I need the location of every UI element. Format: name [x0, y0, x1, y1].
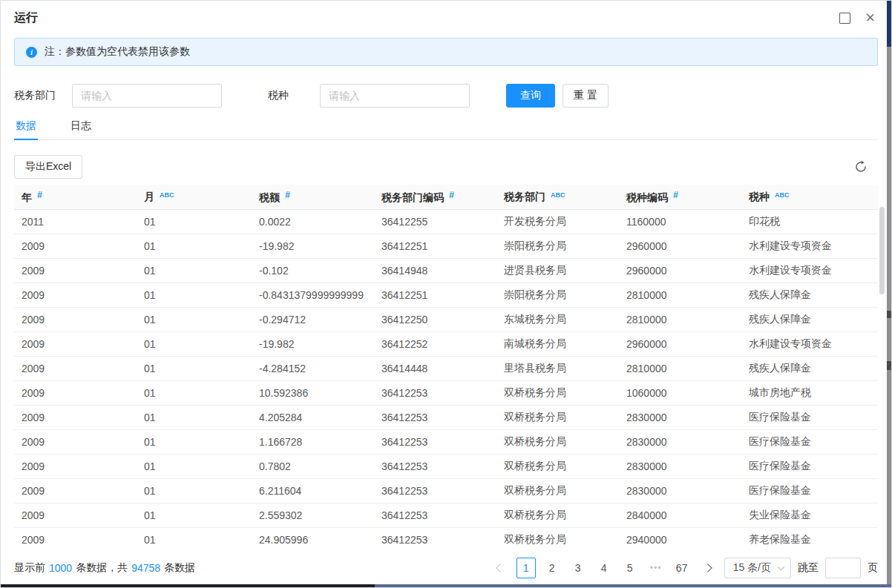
cell: 36412253: [374, 479, 496, 503]
summary-middle: 条数据，共: [76, 561, 128, 575]
cell: 2810000: [619, 308, 741, 332]
cell: 水利建设专项资金: [741, 234, 878, 259]
column-header: 税种编码#: [619, 185, 741, 210]
page-button-1[interactable]: 1: [516, 558, 536, 578]
cell: -19.982: [252, 234, 374, 259]
cell: 36412253: [374, 455, 496, 479]
footer-bar: 显示前 1000 条数据，共 94758 条数据 12345•••67 15 条…: [1, 552, 891, 584]
tab-data[interactable]: 数据: [14, 116, 38, 139]
cell: 2840000: [619, 503, 741, 528]
page-button-5[interactable]: 5: [620, 558, 640, 578]
page-size-value: 15 条/页: [733, 561, 771, 575]
data-table-area: 年#月ABC税额#税务部门编码#税务部门ABC税种编码#税种ABC 201101…: [14, 185, 878, 552]
cell: 2830000: [619, 455, 741, 479]
cell: 残疾人保障金: [741, 283, 878, 308]
chevron-left-icon[interactable]: [491, 558, 510, 578]
numeric-type-icon: #: [37, 190, 42, 200]
cell: 36412253: [374, 430, 496, 455]
tab-bar: 数据 日志: [14, 116, 878, 140]
info-banner-text: 注：参数值为空代表禁用该参数: [45, 45, 190, 59]
column-header: 税种ABC: [741, 185, 878, 210]
jump-page-input[interactable]: [825, 558, 861, 578]
cell: 2960000: [619, 234, 741, 259]
summary-suffix: 条数据: [164, 561, 195, 575]
cell: 医疗保险基金: [741, 455, 878, 479]
numeric-type-icon: #: [673, 190, 678, 200]
cell: 01: [137, 381, 252, 406]
run-dialog: 运行 × i 注：参数值为空代表禁用该参数 税务部门 税种 查询 重 置 数据 …: [0, 0, 892, 588]
cell: 2009: [14, 283, 137, 308]
cell: 4.205284: [252, 406, 374, 430]
table-scrollbar-thumb[interactable]: [879, 207, 885, 294]
tax-department-input[interactable]: [72, 84, 222, 108]
cell: 2009: [14, 308, 137, 332]
table-row: 2009010.780236412253双桥税务分局2830000医疗保险基金: [14, 455, 878, 479]
text-type-icon: ABC: [551, 191, 565, 199]
page-size-select[interactable]: 15 条/页: [724, 558, 791, 578]
cell: 36412255: [374, 210, 496, 234]
page-button-67[interactable]: 67: [672, 558, 692, 578]
column-header: 税额#: [252, 185, 374, 210]
column-label: 税种: [749, 191, 770, 202]
table-row: 200901-0.843137999999999936412251崇阳税务分局2…: [14, 283, 878, 308]
cell: 36412253: [374, 381, 496, 406]
filter-row: 税务部门 税种 查询 重 置: [14, 84, 878, 108]
chevron-right-icon[interactable]: [698, 558, 718, 578]
cell: 东城税务分局: [496, 308, 619, 332]
cell: 2011: [14, 210, 137, 234]
text-type-icon: ABC: [775, 191, 790, 199]
cell: 医疗保险基金: [741, 406, 878, 430]
table-row: 2009011.16672836412253双桥税务分局2830000医疗保险基…: [14, 430, 878, 455]
maximize-icon[interactable]: [839, 13, 850, 24]
cell: 双桥税务分局: [496, 528, 619, 552]
cell: 1060000: [619, 381, 741, 406]
cell: 01: [137, 308, 252, 332]
browser-scrollbar[interactable]: [887, 1, 891, 587]
cell: 2960000: [619, 332, 741, 357]
column-label: 月: [144, 191, 154, 202]
reset-button[interactable]: 重 置: [563, 84, 609, 108]
page-button-2[interactable]: 2: [542, 558, 562, 578]
refresh-icon[interactable]: [854, 160, 868, 174]
summary-prefix: 显示前: [14, 561, 45, 575]
cell: 残疾人保障金: [741, 357, 878, 381]
table-row: 20090124.90599636412253双桥税务分局2940000养老保险…: [14, 528, 878, 552]
table-row: 2009016.21160436412253双桥税务分局2830000医疗保险基…: [14, 479, 878, 503]
cell: 残疾人保障金: [741, 308, 878, 332]
column-header: 年#: [14, 185, 137, 210]
cell: 2830000: [619, 430, 741, 455]
bottom-edge: [1, 584, 891, 587]
cell: 2940000: [619, 528, 741, 552]
cell: 2.559302: [252, 503, 374, 528]
filter-label: 税种: [268, 89, 289, 102]
export-excel-button[interactable]: 导出Excel: [14, 155, 82, 179]
column-label: 税种编码: [626, 191, 668, 203]
tax-type-input[interactable]: [320, 84, 470, 108]
close-icon[interactable]: ×: [865, 13, 875, 23]
page-title: 运行: [14, 10, 38, 26]
cell: 01: [137, 503, 252, 528]
cell: 36412252: [374, 332, 496, 357]
table-row: 20090110.59238636412253双桥税务分局1060000城市房地…: [14, 381, 878, 406]
cell: 2810000: [619, 283, 741, 308]
cell: 2009: [14, 430, 137, 455]
page-button-4[interactable]: 4: [594, 558, 614, 578]
cell: 崇阳税务分局: [496, 283, 619, 308]
total-count: 94758: [131, 562, 160, 574]
cell: 2009: [14, 332, 137, 357]
cell: 水利建设专项资金: [741, 259, 878, 283]
cell: 养老保险基金: [741, 528, 878, 552]
filter-tax-department: 税务部门: [14, 84, 222, 108]
shown-count: 1000: [49, 562, 72, 574]
cell: 里塔县税务局: [496, 357, 619, 381]
chevron-down-icon: [778, 564, 785, 571]
cell: 01: [137, 406, 252, 430]
cell: 城市房地产税: [741, 381, 878, 406]
cell: 医疗保险基金: [741, 479, 878, 503]
cell: 36412251: [374, 283, 496, 308]
cell: -0.102: [252, 259, 374, 283]
tab-log[interactable]: 日志: [69, 116, 93, 139]
text-type-icon: ABC: [160, 191, 174, 199]
query-button[interactable]: 查询: [506, 84, 555, 108]
page-button-3[interactable]: 3: [568, 558, 588, 578]
